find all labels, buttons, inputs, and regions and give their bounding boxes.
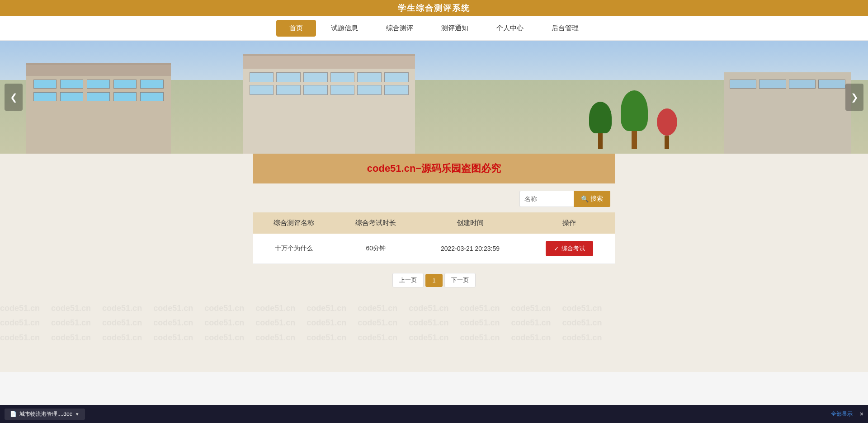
- exam-name: 十万个为什么: [253, 234, 335, 264]
- next-page-button[interactable]: 下一页: [444, 273, 476, 287]
- search-button[interactable]: 🔍 搜索: [574, 191, 610, 207]
- exam-action-cell: 综合考试: [524, 234, 615, 264]
- carousel-next-btn[interactable]: ❯: [845, 84, 863, 111]
- nav-item-comprehensive[interactable]: 综合测评: [373, 20, 426, 37]
- search-area: 🔍 搜索: [253, 183, 615, 212]
- col-header-created: 创建时间: [417, 212, 524, 234]
- banner: code51.cn−源码乐园盗图必究: [253, 154, 615, 183]
- nav-item-personal[interactable]: 个人中心: [483, 20, 537, 37]
- col-header-name: 综合测评名称: [253, 212, 335, 234]
- exam-duration: 60分钟: [335, 234, 417, 264]
- navigation: 首页 试题信息 综合测评 测评通知 个人中心 后台管理: [0, 16, 868, 41]
- nav-item-exam-info[interactable]: 试题信息: [318, 20, 371, 37]
- nav-item-admin[interactable]: 后台管理: [538, 20, 592, 37]
- header: 学生综合测评系统: [0, 0, 868, 16]
- search-btn-label: 搜索: [590, 195, 603, 203]
- nav-item-home[interactable]: 首页: [276, 20, 316, 37]
- exam-created-at: 2022-03-21 20:23:59: [417, 234, 524, 264]
- table-header-row: 综合测评名称 综合考试时长 创建时间 操作: [253, 212, 615, 234]
- banner-text-red: code51.cn−源码乐园盗图必究: [367, 163, 501, 174]
- col-header-action: 操作: [524, 212, 615, 234]
- exam-table: 综合测评名称 综合考试时长 创建时间 操作 十万个为什么 60分钟 2022-0…: [253, 212, 615, 264]
- nav-item-notice[interactable]: 测评通知: [428, 20, 481, 37]
- carousel-prev-btn[interactable]: ❮: [5, 84, 23, 111]
- table-row: 十万个为什么 60分钟 2022-03-21 20:23:59 综合考试: [253, 234, 615, 264]
- pagination: 上一页 1 下一页: [253, 264, 615, 292]
- page-1-button[interactable]: 1: [425, 274, 442, 287]
- search-input[interactable]: [519, 191, 574, 207]
- site-title: 学生综合测评系统: [398, 3, 470, 14]
- col-header-duration: 综合考试时长: [335, 212, 417, 234]
- carousel: ❮ ❯: [0, 41, 868, 154]
- search-icon: 🔍: [581, 195, 589, 202]
- prev-page-button[interactable]: 上一页: [392, 273, 424, 287]
- start-exam-button[interactable]: 综合考试: [546, 241, 593, 256]
